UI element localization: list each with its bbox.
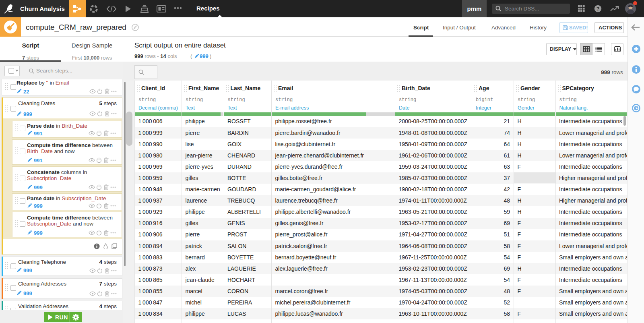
svg-text:?: ?	[597, 6, 600, 12]
